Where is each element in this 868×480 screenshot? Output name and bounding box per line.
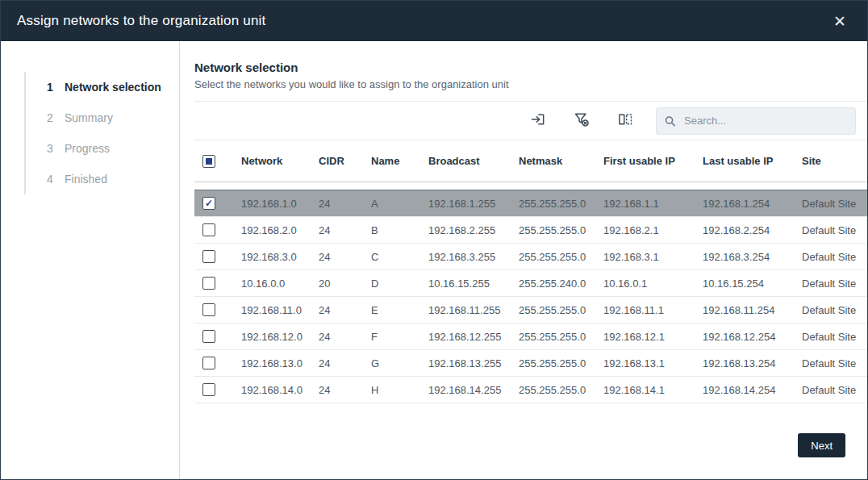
search-icon [664, 115, 676, 127]
table-row[interactable]: 192.168.1.024A192.168.1.255255.255.255.0… [194, 190, 867, 217]
cell-site: Default Site [802, 297, 867, 323]
close-icon: ✕ [833, 13, 846, 30]
cell-name: B [371, 217, 428, 244]
cell-network: 192.168.12.0 [241, 323, 319, 350]
row-checkbox-cell [194, 297, 241, 323]
wizard-step-progress[interactable]: 3Progress [26, 133, 179, 164]
cell-first_usable: 10.16.0.1 [603, 270, 703, 297]
row-checkbox[interactable] [202, 383, 215, 396]
column-header-site[interactable]: Site [802, 140, 867, 182]
column-header-network[interactable]: Network [241, 140, 319, 182]
cell-last_usable: 192.168.3.254 [703, 244, 802, 270]
cell-first_usable: 192.168.11.1 [603, 297, 703, 323]
cell-first_usable: 192.168.1.1 [603, 190, 703, 217]
modal-body: 1Network selection2Summary3Progress4Fini… [1, 41, 867, 479]
cell-cidr: 24 [319, 323, 371, 350]
row-checkbox[interactable] [202, 277, 215, 290]
cell-last_usable: 192.168.12.254 [703, 323, 802, 350]
cell-first_usable: 192.168.3.1 [603, 244, 703, 270]
cell-last_usable: 192.168.2.254 [703, 217, 802, 244]
step-label: Progress [65, 142, 110, 155]
cell-name: A [371, 190, 428, 217]
row-checkbox-cell [194, 244, 241, 270]
step-label: Finished [65, 173, 107, 186]
table-row[interactable]: 192.168.13.024G192.168.13.255255.255.255… [194, 350, 867, 377]
cell-netmask: 255.255.255.0 [519, 350, 603, 377]
cell-first_usable: 192.168.14.1 [603, 377, 703, 403]
wizard-sidebar: 1Network selection2Summary3Progress4Fini… [1, 41, 180, 479]
cell-broadcast: 192.168.1.255 [428, 190, 519, 217]
column-header-name[interactable]: Name [371, 140, 428, 182]
row-checkbox-cell [194, 217, 241, 244]
close-button[interactable]: ✕ [828, 12, 851, 31]
row-checkbox[interactable] [202, 330, 215, 343]
manage-columns-button[interactable] [616, 110, 635, 131]
next-button[interactable]: Next [798, 433, 845, 457]
cell-name: D [371, 270, 428, 297]
table-row[interactable]: 192.168.12.024F192.168.12.255255.255.255… [194, 323, 867, 350]
cell-network: 192.168.11.0 [241, 297, 319, 323]
cell-name: C [371, 244, 428, 270]
wizard-step-finished[interactable]: 4Finished [26, 164, 179, 194]
table-header-row: NetworkCIDRNameBroadcastNetmaskFirst usa… [194, 140, 867, 182]
cell-last_usable: 192.168.1.254 [703, 190, 802, 217]
table-body: 192.168.1.024A192.168.1.255255.255.255.0… [194, 190, 867, 403]
column-header-cidr[interactable]: CIDR [319, 140, 371, 182]
assign-network-button[interactable] [528, 110, 548, 131]
row-checkbox[interactable] [202, 223, 215, 236]
cell-site: Default Site [802, 377, 867, 403]
cell-broadcast: 192.168.13.255 [428, 350, 519, 377]
select-all-cell [194, 140, 241, 182]
cell-name: F [371, 323, 428, 350]
manage-columns-icon [617, 111, 633, 130]
cell-cidr: 24 [319, 377, 371, 403]
column-header-first-usable-ip[interactable]: First usable IP [603, 140, 703, 182]
select-all-checkbox[interactable] [202, 155, 215, 168]
cell-netmask: 255.255.255.0 [519, 244, 603, 270]
cell-site: Default Site [802, 350, 867, 377]
section-heading: Network selection [194, 61, 867, 74]
cell-cidr: 24 [319, 350, 371, 377]
clear-filter-icon [574, 111, 590, 130]
cell-netmask: 255.255.255.0 [519, 217, 603, 244]
table-row[interactable]: 192.168.2.024B192.168.2.255255.255.255.0… [194, 217, 867, 244]
cell-cidr: 24 [319, 217, 371, 244]
row-checkbox[interactable] [202, 357, 215, 369]
column-header-netmask[interactable]: Netmask [519, 140, 603, 182]
cell-last_usable: 192.168.13.254 [703, 350, 802, 377]
cell-first_usable: 192.168.2.1 [603, 217, 703, 244]
table-toolbar [194, 101, 867, 140]
cell-last_usable: 192.168.14.254 [703, 377, 802, 403]
cell-network: 192.168.3.0 [241, 244, 319, 270]
cell-name: E [371, 297, 428, 323]
cell-last_usable: 10.16.15.254 [703, 270, 802, 297]
cell-first_usable: 192.168.12.1 [603, 323, 703, 350]
cell-netmask: 255.255.255.0 [519, 377, 603, 403]
table-row[interactable]: 10.16.0.020D10.16.15.255255.255.240.010.… [194, 270, 867, 297]
row-checkbox[interactable] [202, 303, 215, 316]
row-checkbox[interactable] [202, 250, 215, 263]
cell-network: 192.168.1.0 [241, 190, 319, 217]
cell-site: Default Site [802, 244, 867, 270]
main-panel: Network selection Select the networks yo… [180, 41, 867, 479]
row-checkbox-cell [194, 190, 241, 217]
wizard-step-summary[interactable]: 2Summary [26, 102, 179, 133]
cell-netmask: 255.255.255.0 [519, 190, 603, 217]
row-checkbox[interactable] [202, 197, 215, 210]
cell-netmask: 255.255.240.0 [519, 270, 603, 297]
column-header-last-usable-ip[interactable]: Last usable IP [703, 140, 802, 182]
cell-first_usable: 192.168.13.1 [603, 350, 703, 377]
cell-broadcast: 192.168.11.255 [428, 297, 519, 323]
table-row[interactable]: 192.168.3.024C192.168.3.255255.255.255.0… [194, 244, 867, 270]
clear-filter-button[interactable] [572, 110, 591, 131]
wizard-step-network-selection[interactable]: 1Network selection [26, 72, 179, 102]
table-row[interactable]: 192.168.14.024H192.168.14.255255.255.255… [194, 377, 867, 403]
networks-table: NetworkCIDRNameBroadcastNetmaskFirst usa… [194, 140, 867, 403]
search-input[interactable] [656, 107, 856, 135]
cell-network: 192.168.14.0 [241, 377, 319, 403]
cell-network: 192.168.2.0 [241, 217, 319, 244]
column-header-broadcast[interactable]: Broadcast [428, 140, 519, 182]
row-checkbox-cell [194, 377, 241, 403]
table-row[interactable]: 192.168.11.024E192.168.11.255255.255.255… [194, 297, 867, 323]
cell-network: 192.168.13.0 [241, 350, 319, 377]
